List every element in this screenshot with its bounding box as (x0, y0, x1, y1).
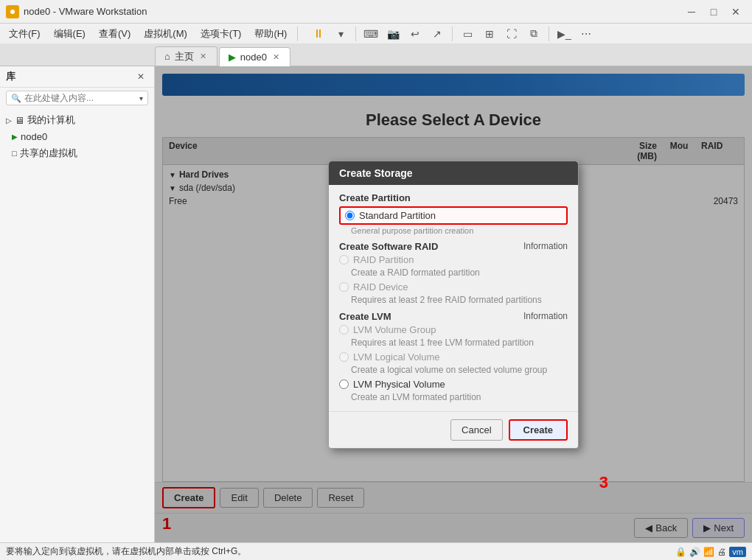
tab-bar: ⌂ 主页 ✕ ▶ node0 ✕ (0, 44, 752, 66)
sidebar-item-node0[interactable]: ▶ node0 (0, 129, 154, 144)
lvm-logical-volume-label: LVM Logical Volume (353, 351, 440, 363)
content-area: Please Select A Device Device Size(MB) M… (155, 66, 752, 542)
create-software-raid-label: Create Software RAID (339, 241, 438, 252)
lvm-volume-group-info: Requires at least 1 free LVM formated pa… (351, 337, 568, 348)
sidebar-search[interactable]: 🔍 ▾ (6, 91, 148, 105)
modal-body: Create Partition Standard Partition Gene… (329, 185, 578, 411)
status-text: 要将输入定向到该虚拟机，请在虚拟机内部单击或按 Ctrl+G。 (6, 545, 246, 558)
close-button[interactable]: ✕ (725, 4, 746, 20)
computer-icon: 🖥 (15, 115, 24, 126)
raid-partition-option[interactable]: RAID Partition (339, 252, 568, 267)
modal-create-button[interactable]: Create (509, 419, 568, 441)
sep3 (452, 27, 453, 41)
toolbar-separator (297, 27, 298, 41)
lvm-logical-volume-option[interactable]: LVM Logical Volume (339, 349, 568, 365)
revert-button[interactable]: ↩ (405, 24, 425, 43)
raid-device-label: RAID Device (353, 281, 408, 293)
tab-node0-icon: ▶ (229, 52, 236, 63)
view-tabs[interactable]: ⊞ (479, 24, 500, 43)
maximize-button[interactable]: □ (703, 4, 724, 20)
tab-home[interactable]: ⌂ 主页 ✕ (155, 46, 217, 66)
tab-node0[interactable]: ▶ node0 ✕ (219, 47, 290, 66)
sep2 (355, 27, 356, 41)
app-icon (6, 5, 19, 18)
standard-partition-info: General purpose partition creation (351, 226, 568, 235)
svg-point-1 (10, 10, 15, 14)
pause-icon: ⏸ (313, 27, 324, 41)
menu-bar: 文件(F) 编辑(E) 查看(V) 虚拟机(M) 选项卡(T) 帮助(H) ⏸ … (0, 24, 752, 44)
lvm-logical-volume-info: Create a logical volume on selected volu… (351, 365, 568, 375)
view-normal[interactable]: ▭ (457, 24, 478, 43)
raid-partition-label: RAID Partition (353, 254, 414, 265)
share-button[interactable]: ↗ (427, 24, 448, 43)
create-storage-modal: Create Storage Create Partition Standard… (328, 161, 579, 449)
view-unity[interactable]: ⧉ (523, 24, 544, 43)
modal-cancel-button[interactable]: Cancel (450, 419, 502, 441)
console-button[interactable]: ▶_ (554, 24, 574, 43)
menu-help[interactable]: 帮助(H) (248, 25, 293, 43)
lvm-volume-group-label: LVM Volume Group (353, 324, 436, 335)
search-icon: 🔍 (11, 94, 21, 103)
search-dropdown-icon[interactable]: ▾ (139, 94, 143, 102)
menu-edit[interactable]: 编辑(E) (48, 25, 91, 43)
raid-device-radio[interactable] (339, 282, 349, 292)
menu-view[interactable]: 查看(V) (93, 25, 136, 43)
shared-icon: □ (12, 149, 17, 158)
toolbar: ⏸ ▾ ⌨ 📷 ↩ ↗ ▭ ⊞ ⛶ ⧉ ▶_ ⋯ (308, 24, 596, 43)
menu-tabs[interactable]: 选项卡(T) (195, 25, 248, 43)
raid-device-option[interactable]: RAID Device (339, 279, 568, 295)
status-vmware-icon: vm (729, 547, 746, 557)
sidebar-item-shared[interactable]: □ 共享的虚拟机 (0, 144, 154, 162)
modal-title-bar: Create Storage (329, 161, 578, 185)
create-software-raid-row: Create Software RAID Information (339, 241, 568, 252)
lvm-physical-volume-radio[interactable] (339, 379, 349, 389)
lvm-physical-volume-option[interactable]: LVM Physical Volume (339, 377, 568, 392)
standard-partition-option[interactable]: Standard Partition (339, 206, 568, 225)
create-partition-section-label: Create Partition (339, 192, 568, 203)
pause-dropdown[interactable]: ▾ (330, 24, 351, 43)
tab-node0-close[interactable]: ✕ (271, 52, 281, 63)
send-ctrl-alt-del[interactable]: ⌨ (361, 24, 381, 43)
sidebar-item-node0-label: node0 (21, 131, 47, 142)
tab-home-close[interactable]: ✕ (198, 51, 208, 62)
sidebar-tree: ▷ 🖥 我的计算机 ▶ node0 □ 共享的虚拟机 (0, 108, 154, 165)
menu-file[interactable]: 文件(F) (3, 25, 46, 43)
sep4 (549, 27, 549, 41)
status-icon-1: 🔒 (675, 547, 686, 557)
expand-icon: ▷ (6, 116, 12, 125)
sidebar-close-button[interactable]: ✕ (133, 69, 148, 84)
lvm-logical-volume-radio[interactable] (339, 352, 349, 362)
status-icon-2: 🔊 (689, 547, 700, 557)
number-3-label: 3 (599, 473, 608, 492)
sidebar-item-mycomputer-label: 我的计算机 (27, 113, 75, 127)
more-button[interactable]: ⋯ (576, 24, 596, 43)
standard-partition-radio[interactable] (345, 211, 355, 220)
status-bar: 要将输入定向到该虚拟机，请在虚拟机内部单击或按 Ctrl+G。 🔒 🔊 📶 🖨 … (0, 542, 752, 560)
sidebar-header: 库 ✕ (0, 66, 154, 88)
node0-icon: ▶ (12, 133, 18, 141)
window-controls[interactable]: ─ □ ✕ (681, 4, 746, 20)
raid-partition-radio[interactable] (339, 255, 349, 265)
standard-partition-label: Standard Partition (359, 210, 436, 221)
lvm-volume-group-option[interactable]: LVM Volume Group (339, 322, 568, 337)
main-layout: 库 ✕ 🔍 ▾ ▷ 🖥 我的计算机 ▶ node0 □ 共享的虚拟机 (0, 66, 752, 542)
pause-button[interactable]: ⏸ (308, 24, 329, 43)
window-title: node0 - VMware Workstation (24, 6, 677, 17)
view-full[interactable]: ⛶ (501, 24, 522, 43)
lvm-physical-volume-label: LVM Physical Volume (353, 379, 445, 390)
raid-partition-info: Create a RAID formated partition (351, 267, 568, 278)
lvm-volume-group-radio[interactable] (339, 325, 349, 335)
minimize-button[interactable]: ─ (681, 4, 702, 20)
search-input[interactable] (24, 93, 136, 103)
snapshot-button[interactable]: 📷 (383, 24, 403, 43)
sidebar-item-mycomputer[interactable]: ▷ 🖥 我的计算机 (0, 111, 154, 129)
status-icon-3: 📶 (703, 547, 714, 557)
menu-vm[interactable]: 虚拟机(M) (138, 25, 193, 43)
tab-node0-label: node0 (240, 52, 267, 63)
create-lvm-info: Information (523, 311, 568, 321)
status-right: 🔒 🔊 📶 🖨 vm (675, 547, 746, 557)
sidebar-title: 库 (6, 70, 15, 83)
raid-device-info: Requires at least 2 free RAID formated p… (351, 295, 568, 305)
create-software-raid-info: Information (523, 241, 568, 251)
lvm-physical-volume-info: Create an LVM formated partition (351, 392, 568, 402)
